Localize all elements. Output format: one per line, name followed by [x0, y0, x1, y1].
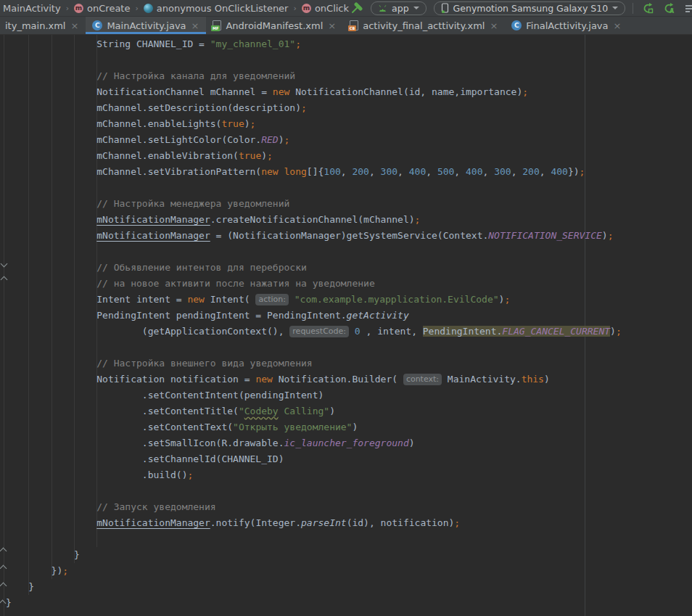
breadcrumb-label: onClick [315, 3, 349, 14]
code-line[interactable]: String CHANNEL_ID = "my_channel_01"; [6, 36, 692, 52]
close-icon[interactable]: × [70, 21, 79, 30]
device-selector[interactable]: Genymotion Samsung Galaxy S10 [434, 1, 626, 15]
code-token: .notify(Integer. [210, 517, 301, 528]
code-line[interactable]: // Настройка канала для уведомлений [6, 68, 692, 84]
code-line[interactable]: } [6, 579, 692, 595]
code-token: (id), notification) [347, 517, 455, 528]
code-line[interactable]: // Настройка менеджера уведомлений [6, 196, 692, 212]
code-token: getActivity [347, 310, 409, 321]
code-token: ; [522, 86, 528, 97]
tab-androidmanifest-xml[interactable]: AndroidManifest.xml× [206, 17, 343, 34]
code-line[interactable]: mChannel.setVibrationPattern(new long[]{… [6, 164, 692, 180]
code-editor[interactable]: String CHANNEL_ID = "my_channel_01"; // … [0, 35, 692, 616]
code-line[interactable] [6, 483, 692, 499]
code-token: ) [329, 406, 335, 416]
code-line[interactable]: } [6, 595, 692, 611]
code-token: MainActivity. [442, 374, 522, 385]
code-token: Intent intent = [6, 294, 187, 305]
tab-activity-main-xml[interactable]: ity_main.xml× [0, 17, 86, 34]
build-hammer-icon[interactable] [349, 1, 363, 15]
code-line[interactable]: // Обьявление интентов для переброски [6, 260, 692, 276]
tab-activity-final-acttivity-xml[interactable]: activity_final_acttivity.xml× [343, 17, 505, 34]
close-icon[interactable]: × [191, 21, 200, 30]
code-line[interactable]: mChannel.enableVibration(true); [6, 148, 692, 164]
chevron-down-icon [413, 7, 419, 9]
code-line[interactable]: // Настройка внешнего вида уведомления [6, 356, 692, 371]
code-line[interactable]: } [6, 547, 692, 563]
close-icon[interactable]: × [327, 21, 337, 30]
code-token: PendingIntent pendingIntent = PendingInt… [6, 310, 347, 321]
tab-mainactivity-java[interactable]: CMainActivity.java× [86, 17, 206, 34]
code-line[interactable]: mChannel.enableLights(true); [6, 116, 692, 132]
close-icon[interactable]: × [489, 21, 498, 30]
code-token: .build() [6, 469, 187, 480]
code-line[interactable]: .setChannelId(CHANNEL_ID) [6, 451, 692, 467]
code-token: Notification notification = [6, 374, 255, 385]
code-line[interactable]: .setContentIntent(pendingIntent) [6, 387, 692, 403]
parameter-hint: context: [403, 374, 442, 385]
breadcrumb-item-anonymous-onclicklistener[interactable]: anonymous OnClickListener [144, 3, 289, 14]
code-line[interactable]: }); [6, 563, 692, 579]
code-token: mChannel.setLightColor(Color. [6, 134, 261, 145]
code-token [6, 358, 96, 369]
close-icon[interactable]: × [613, 21, 622, 30]
code-line[interactable]: (getApplicationContext(), requestCode: 0… [6, 324, 692, 340]
svg-text:A: A [670, 8, 675, 15]
code-token: new [261, 166, 278, 177]
code-line[interactable]: mNotificationManager.createNotificationC… [6, 212, 692, 228]
code-line[interactable]: Notification notification = new Notifica… [6, 371, 692, 387]
code-token: } [6, 581, 34, 592]
code-line[interactable]: // на новое активити после нажатия на ув… [6, 276, 692, 292]
code-line[interactable] [6, 52, 692, 68]
code-token: }) [6, 565, 62, 576]
code-line[interactable] [6, 244, 692, 260]
code-token: // Обьявление интентов для переброски [96, 262, 307, 273]
code-line[interactable] [6, 180, 692, 196]
code-line[interactable]: mChannel.setDescription(description); [6, 100, 692, 116]
code-line[interactable]: // Запуск уведомления [6, 499, 692, 515]
breadcrumb-item-mainactivity[interactable]: MainActivity [3, 3, 61, 14]
code-token: parseInt [301, 517, 347, 528]
code-token: , [454, 166, 466, 177]
run-configuration-label: app [392, 3, 409, 14]
code-token: mChannel.enableLights( [6, 118, 221, 129]
code-line[interactable]: PendingIntent pendingIntent = PendingInt… [6, 308, 692, 324]
code-token: 200 [352, 166, 368, 177]
code-line[interactable]: NotificationChannel mChannel = new Notif… [6, 84, 692, 100]
breadcrumb-label: onCreate [87, 3, 130, 14]
code-line[interactable]: mNotificationManager.notify(Integer.pars… [6, 515, 692, 531]
toolbar-separator [633, 3, 633, 14]
code-line[interactable]: .setContentText("Открыть уведомление") [6, 419, 692, 435]
breadcrumb: MainActivity›monCreate›anonymous OnClick… [3, 3, 349, 14]
code-token: , [426, 166, 437, 177]
breadcrumb-item-onclick[interactable]: monClick [302, 3, 349, 14]
code-line[interactable]: .setContentTitle("Codeby Calling") [6, 403, 692, 419]
code-token: } [6, 549, 80, 560]
code-token: ) [409, 438, 415, 448]
code-line[interactable]: .setSmallIcon(R.drawable.ic_launcher_for… [6, 435, 692, 451]
output-list-icon[interactable] [683, 1, 692, 15]
code-token: RED [261, 134, 278, 145]
code-token: // на новое активити после нажатия на ув… [96, 278, 375, 289]
code-token: .setSmallIcon(R.drawable. [6, 438, 284, 448]
code-line[interactable] [6, 340, 692, 356]
apply-changes-icon[interactable] [640, 1, 655, 15]
code-line[interactable]: Intent intent = new Intent( action: "com… [6, 292, 692, 308]
code-token: ; [616, 326, 622, 337]
apply-code-changes-icon[interactable]: A [662, 1, 676, 15]
code-line[interactable]: mNotificationManager = (NotificationMana… [6, 228, 692, 244]
code-area[interactable]: String CHANNEL_ID = "my_channel_01"; // … [0, 35, 692, 616]
code-token: .setChannelId(CHANNEL_ID) [6, 453, 284, 464]
run-configuration-selector[interactable]: app [371, 1, 427, 15]
tab-finalacttivity-java[interactable]: CFinalActtivity.java× [505, 17, 628, 34]
code-token: 500 [437, 166, 454, 177]
code-token: } [6, 597, 12, 608]
code-token: ; [608, 230, 614, 241]
tab-label: AndroidManifest.xml [226, 20, 323, 31]
code-line[interactable]: mChannel.setLightColor(Color.RED); [6, 132, 692, 148]
manifest-file-icon [213, 20, 221, 30]
code-line[interactable] [6, 531, 692, 547]
code-line[interactable]: .build(); [6, 467, 692, 483]
breadcrumb-item-oncreate[interactable]: monCreate [74, 3, 130, 14]
breadcrumb-label: MainActivity [3, 3, 61, 14]
